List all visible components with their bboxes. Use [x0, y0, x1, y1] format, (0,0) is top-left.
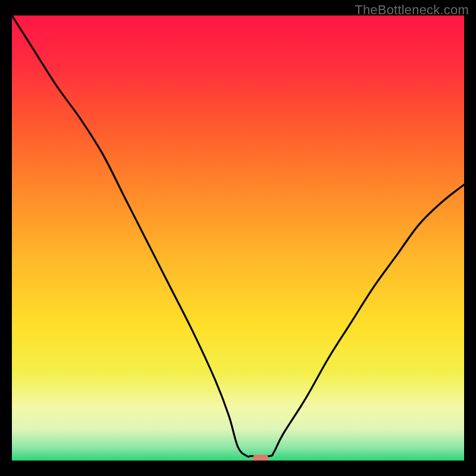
- gradient-background: [12, 15, 464, 461]
- plot-area: [12, 15, 464, 461]
- watermark-text: TheBottleneck.com: [355, 2, 469, 18]
- bottleneck-chart: [12, 15, 464, 461]
- optimal-marker: [253, 455, 268, 461]
- chart-frame: TheBottleneck.com: [0, 0, 476, 476]
